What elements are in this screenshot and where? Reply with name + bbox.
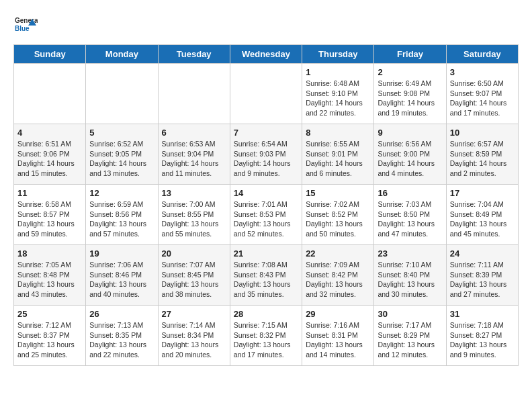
day-number: 20 [162, 248, 226, 259]
day-cell: 17Sunrise: 7:04 AMSunset: 8:49 PMDayligh… [446, 185, 518, 245]
day-number: 2 [378, 67, 442, 77]
day-cell: 16Sunrise: 7:03 AMSunset: 8:50 PMDayligh… [374, 185, 446, 245]
day-info: Sunrise: 6:49 AMSunset: 9:08 PMDaylight:… [378, 79, 442, 118]
day-cell: 11Sunrise: 6:58 AMSunset: 8:57 PMDayligh… [14, 185, 86, 245]
day-number: 4 [17, 128, 82, 138]
day-header-friday: Friday [374, 45, 446, 64]
day-cell: 7Sunrise: 6:54 AMSunset: 9:03 PMDaylight… [230, 124, 302, 185]
day-cell: 1Sunrise: 6:48 AMSunset: 9:10 PMDaylight… [302, 64, 374, 124]
day-header-tuesday: Tuesday [158, 45, 230, 64]
day-number: 8 [306, 128, 370, 138]
day-info: Sunrise: 7:08 AMSunset: 8:43 PMDaylight:… [234, 260, 298, 300]
day-cell [86, 64, 158, 124]
day-cell: 14Sunrise: 7:01 AMSunset: 8:53 PMDayligh… [230, 185, 302, 245]
day-info: Sunrise: 7:00 AMSunset: 8:55 PMDaylight:… [162, 199, 226, 239]
day-header-monday: Monday [86, 45, 158, 64]
day-cell: 23Sunrise: 7:10 AMSunset: 8:40 PMDayligh… [374, 245, 446, 306]
day-number: 13 [162, 188, 226, 198]
day-number: 24 [450, 248, 515, 259]
day-number: 29 [306, 309, 370, 319]
day-cell: 5Sunrise: 6:52 AMSunset: 9:05 PMDaylight… [86, 124, 158, 185]
day-info: Sunrise: 7:09 AMSunset: 8:42 PMDaylight:… [306, 260, 370, 300]
day-number: 14 [234, 188, 298, 198]
day-cell: 9Sunrise: 6:56 AMSunset: 9:00 PMDaylight… [374, 124, 446, 185]
day-info: Sunrise: 7:17 AMSunset: 8:29 PMDaylight:… [378, 320, 442, 360]
day-number: 11 [17, 188, 82, 198]
day-info: Sunrise: 7:02 AMSunset: 8:52 PMDaylight:… [306, 199, 370, 239]
day-info: Sunrise: 7:03 AMSunset: 8:50 PMDaylight:… [378, 199, 442, 239]
day-info: Sunrise: 6:57 AMSunset: 8:59 PMDaylight:… [450, 139, 515, 179]
day-cell: 12Sunrise: 6:59 AMSunset: 8:56 PMDayligh… [86, 185, 158, 245]
day-info: Sunrise: 7:10 AMSunset: 8:40 PMDaylight:… [378, 260, 442, 300]
day-cell: 6Sunrise: 6:53 AMSunset: 9:04 PMDaylight… [158, 124, 230, 185]
day-cell: 18Sunrise: 7:05 AMSunset: 8:48 PMDayligh… [14, 245, 86, 306]
day-info: Sunrise: 7:18 AMSunset: 8:27 PMDaylight:… [450, 320, 515, 360]
day-number: 17 [450, 188, 515, 198]
day-info: Sunrise: 6:50 AMSunset: 9:07 PMDaylight:… [450, 79, 515, 118]
svg-text:Blue: Blue [15, 25, 30, 32]
day-info: Sunrise: 6:59 AMSunset: 8:56 PMDaylight:… [89, 199, 154, 239]
day-number: 27 [162, 309, 226, 319]
day-number: 30 [378, 309, 442, 319]
day-cell: 2Sunrise: 6:49 AMSunset: 9:08 PMDaylight… [374, 64, 446, 124]
day-info: Sunrise: 6:56 AMSunset: 9:00 PMDaylight:… [378, 139, 442, 179]
day-number: 12 [89, 188, 154, 198]
day-number: 15 [306, 188, 370, 198]
day-number: 9 [378, 128, 442, 138]
day-cell: 3Sunrise: 6:50 AMSunset: 9:07 PMDaylight… [446, 64, 518, 124]
day-cell: 27Sunrise: 7:14 AMSunset: 8:34 PMDayligh… [158, 306, 230, 366]
day-number: 18 [17, 248, 82, 259]
day-number: 25 [17, 309, 82, 319]
day-info: Sunrise: 6:54 AMSunset: 9:03 PMDaylight:… [234, 139, 298, 179]
day-info: Sunrise: 7:04 AMSunset: 8:49 PMDaylight:… [450, 199, 515, 239]
day-cell [230, 64, 302, 124]
day-cell: 10Sunrise: 6:57 AMSunset: 8:59 PMDayligh… [446, 124, 518, 185]
day-cell: 31Sunrise: 7:18 AMSunset: 8:27 PMDayligh… [446, 306, 518, 366]
day-cell: 24Sunrise: 7:11 AMSunset: 8:39 PMDayligh… [446, 245, 518, 306]
day-cell: 22Sunrise: 7:09 AMSunset: 8:42 PMDayligh… [302, 245, 374, 306]
day-number: 21 [234, 248, 298, 259]
calendar-table: SundayMondayTuesdayWednesdayThursdayFrid… [13, 44, 519, 366]
day-info: Sunrise: 7:06 AMSunset: 8:46 PMDaylight:… [89, 260, 154, 300]
day-info: Sunrise: 7:15 AMSunset: 8:32 PMDaylight:… [234, 320, 298, 360]
day-number: 28 [234, 309, 298, 319]
day-info: Sunrise: 7:01 AMSunset: 8:53 PMDaylight:… [234, 199, 298, 239]
day-info: Sunrise: 7:05 AMSunset: 8:48 PMDaylight:… [17, 260, 82, 300]
day-cell: 29Sunrise: 7:16 AMSunset: 8:31 PMDayligh… [302, 306, 374, 366]
day-info: Sunrise: 7:16 AMSunset: 8:31 PMDaylight:… [306, 320, 370, 360]
day-info: Sunrise: 7:14 AMSunset: 8:34 PMDaylight:… [162, 320, 226, 360]
day-cell: 28Sunrise: 7:15 AMSunset: 8:32 PMDayligh… [230, 306, 302, 366]
day-number: 31 [450, 309, 515, 319]
logo: General Blue [13, 13, 38, 38]
day-number: 16 [378, 188, 442, 198]
day-header-thursday: Thursday [302, 45, 374, 64]
week-row-5: 25Sunrise: 7:12 AMSunset: 8:37 PMDayligh… [14, 306, 519, 366]
day-header-saturday: Saturday [446, 45, 518, 64]
day-info: Sunrise: 6:53 AMSunset: 9:04 PMDaylight:… [162, 139, 226, 179]
day-number: 5 [89, 128, 154, 138]
day-cell: 19Sunrise: 7:06 AMSunset: 8:46 PMDayligh… [86, 245, 158, 306]
week-row-1: 1Sunrise: 6:48 AMSunset: 9:10 PMDaylight… [14, 64, 519, 124]
logo-svg: General Blue [13, 13, 38, 38]
day-number: 7 [234, 128, 298, 138]
day-info: Sunrise: 7:07 AMSunset: 8:45 PMDaylight:… [162, 260, 226, 300]
page-header: General Blue [13, 13, 519, 38]
day-number: 19 [89, 248, 154, 259]
day-cell [158, 64, 230, 124]
week-row-4: 18Sunrise: 7:05 AMSunset: 8:48 PMDayligh… [14, 245, 519, 306]
header-row: SundayMondayTuesdayWednesdayThursdayFrid… [14, 45, 519, 64]
day-number: 22 [306, 248, 370, 259]
day-info: Sunrise: 6:48 AMSunset: 9:10 PMDaylight:… [306, 79, 370, 118]
day-cell: 4Sunrise: 6:51 AMSunset: 9:06 PMDaylight… [14, 124, 86, 185]
week-row-3: 11Sunrise: 6:58 AMSunset: 8:57 PMDayligh… [14, 185, 519, 245]
day-info: Sunrise: 6:55 AMSunset: 9:01 PMDaylight:… [306, 139, 370, 179]
day-cell: 13Sunrise: 7:00 AMSunset: 8:55 PMDayligh… [158, 185, 230, 245]
day-cell: 21Sunrise: 7:08 AMSunset: 8:43 PMDayligh… [230, 245, 302, 306]
day-cell: 30Sunrise: 7:17 AMSunset: 8:29 PMDayligh… [374, 306, 446, 366]
day-info: Sunrise: 6:51 AMSunset: 9:06 PMDaylight:… [17, 139, 82, 179]
day-cell: 8Sunrise: 6:55 AMSunset: 9:01 PMDaylight… [302, 124, 374, 185]
day-cell [14, 64, 86, 124]
day-cell: 20Sunrise: 7:07 AMSunset: 8:45 PMDayligh… [158, 245, 230, 306]
day-number: 10 [450, 128, 515, 138]
day-number: 1 [306, 67, 370, 77]
